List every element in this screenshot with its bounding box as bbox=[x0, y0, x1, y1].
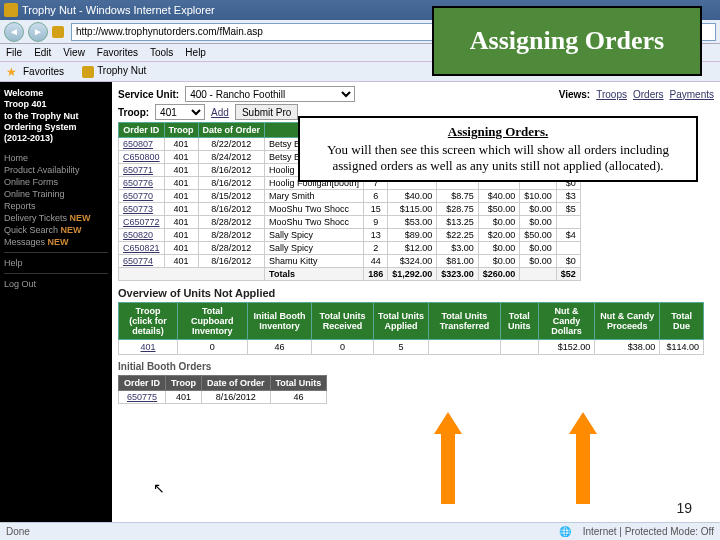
menu-view[interactable]: View bbox=[63, 47, 85, 58]
service-unit-row: Service Unit: 400 - Rancho Foothill View… bbox=[118, 86, 714, 102]
globe-icon: 🌐 bbox=[559, 526, 571, 537]
ua-troop[interactable]: 401 bbox=[119, 340, 178, 355]
unapplied-heading: Overview of Units Not Applied bbox=[118, 287, 714, 299]
arrow-annotation-2 bbox=[569, 412, 597, 504]
menu-tools[interactable]: Tools bbox=[150, 47, 173, 58]
order-id-link[interactable]: C650772 bbox=[119, 216, 165, 229]
favorites-label[interactable]: Favorites bbox=[23, 66, 64, 77]
order-id-link[interactable]: 650770 bbox=[119, 190, 165, 203]
table-row: 650773 4018/16/2012MooShu Two Shocc 15$1… bbox=[119, 203, 581, 216]
arrow-annotation-1 bbox=[434, 412, 462, 504]
unapplied-table: Troop (click for details)Total Cupboard … bbox=[118, 302, 704, 355]
cursor-icon: ↖ bbox=[153, 480, 165, 496]
order-id-link[interactable]: 650774 bbox=[119, 255, 165, 268]
overlay-title-text: Assigning Orders bbox=[470, 27, 664, 54]
nav-messages[interactable]: Messages NEW bbox=[4, 236, 108, 248]
table-row: C650772 4018/28/2012MooShu Two Shocc 9$5… bbox=[119, 216, 581, 229]
views-orders[interactable]: Orders bbox=[633, 89, 664, 100]
order-id-link[interactable]: 650807 bbox=[119, 138, 165, 151]
forward-button[interactable]: ► bbox=[28, 22, 48, 42]
col-order-id: Order ID bbox=[119, 123, 165, 138]
arrow-up-icon bbox=[569, 412, 597, 434]
service-unit-select[interactable]: 400 - Rancho Foothill bbox=[185, 86, 355, 102]
nav-quick-search[interactable]: Quick Search NEW bbox=[4, 224, 108, 236]
nav-delivery-tickets[interactable]: Delivery Tickets NEW bbox=[4, 212, 108, 224]
table-row: C650821 4018/28/2012Sally Spicy 2$12.00$… bbox=[119, 242, 581, 255]
welcome-text: Welcome Troop 401 to the Trophy Nut Orde… bbox=[4, 88, 108, 144]
views-label: Views: bbox=[559, 89, 591, 100]
nav-logout[interactable]: Log Out bbox=[4, 278, 108, 290]
order-id-link[interactable]: 650773 bbox=[119, 203, 165, 216]
arrow-up-icon bbox=[434, 412, 462, 434]
booth-id[interactable]: 650775 bbox=[119, 391, 166, 404]
nav-product-availability[interactable]: Product Availability bbox=[4, 164, 108, 176]
window-title: Trophy Nut - Windows Internet Explorer bbox=[22, 4, 215, 16]
nav-reports[interactable]: Reports bbox=[4, 200, 108, 212]
booth-heading: Initial Booth Orders bbox=[118, 361, 714, 372]
site-icon bbox=[52, 26, 64, 38]
add-link[interactable]: Add bbox=[211, 107, 229, 118]
col-date: Date of Order bbox=[198, 123, 265, 138]
col-troop: Troop bbox=[164, 123, 198, 138]
su-label: Service Unit: bbox=[118, 89, 179, 100]
status-bar: Done 🌐Internet | Protected Mode: Off bbox=[0, 522, 720, 540]
totals-label: Totals bbox=[265, 268, 364, 281]
overlay-title-box: Assigning Orders bbox=[432, 6, 702, 76]
menu-help[interactable]: Help bbox=[185, 47, 206, 58]
booth-table: Order ID Troop Date of Order Total Units… bbox=[118, 375, 327, 404]
sidebar: Welcome Troop 401 to the Trophy Nut Orde… bbox=[0, 82, 112, 522]
order-id-link[interactable]: 650771 bbox=[119, 164, 165, 177]
status-right: Internet | Protected Mode: Off bbox=[583, 526, 714, 537]
nav-online-training[interactable]: Online Training bbox=[4, 188, 108, 200]
order-id-link[interactable]: C650800 bbox=[119, 151, 165, 164]
views-payments[interactable]: Payments bbox=[670, 89, 714, 100]
order-id-link[interactable]: 650820 bbox=[119, 229, 165, 242]
troop-select[interactable]: 401 bbox=[155, 104, 205, 120]
table-row: 650774 4018/16/2012Shamu Kitty 44$324.00… bbox=[119, 255, 581, 268]
nav-home[interactable]: Home bbox=[4, 152, 108, 164]
menu-file[interactable]: File bbox=[6, 47, 22, 58]
back-button[interactable]: ◄ bbox=[4, 22, 24, 42]
favicon-icon bbox=[4, 3, 18, 17]
star-icon[interactable]: ★ bbox=[6, 65, 17, 79]
menu-edit[interactable]: Edit bbox=[34, 47, 51, 58]
status-left: Done bbox=[6, 526, 30, 537]
overlay-note-body: You will then see this screen which will… bbox=[327, 142, 669, 173]
tab-icon bbox=[82, 66, 94, 78]
overlay-note-heading: Assigning Orders. bbox=[308, 124, 688, 140]
nav-online-forms[interactable]: Online Forms bbox=[4, 176, 108, 188]
table-row: 650820 4018/28/2012Sally Spicy 13$89.00$… bbox=[119, 229, 581, 242]
slide-number: 19 bbox=[676, 500, 692, 516]
nav-help[interactable]: Help bbox=[4, 257, 108, 269]
troop-label: Troop: bbox=[118, 107, 149, 118]
submit-product-button[interactable]: Submit Pro bbox=[235, 104, 298, 120]
menu-favorites[interactable]: Favorites bbox=[97, 47, 138, 58]
order-id-link[interactable]: C650821 bbox=[119, 242, 165, 255]
order-id-link[interactable]: 650776 bbox=[119, 177, 165, 190]
tab-label[interactable]: Trophy Nut bbox=[97, 65, 146, 76]
overlay-note-box: Assigning Orders. You will then see this… bbox=[298, 116, 698, 182]
table-row: 650770 4018/15/2012Mary Smith 6$40.00$8.… bbox=[119, 190, 581, 203]
views-troops[interactable]: Troops bbox=[596, 89, 627, 100]
